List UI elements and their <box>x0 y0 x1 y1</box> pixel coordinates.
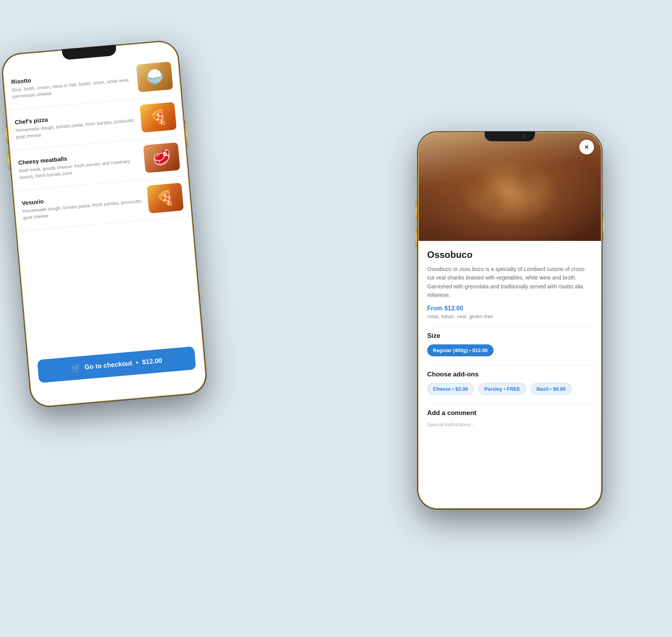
phone-left: Risotto Rice, broth, cream, meat or fish… <box>0 39 208 409</box>
menu-item-meatballs-image <box>143 142 180 173</box>
menu-list: Risotto Rice, broth, cream, meat or fish… <box>3 55 191 232</box>
menu-item-pizza-text: Chef's pizza Homemade dough, tomato past… <box>14 108 137 141</box>
comment-placeholder[interactable]: Special instructions... <box>427 422 592 427</box>
dish-name: Ossobuco <box>427 249 592 260</box>
dish-description: Ossobuco or osso buco is a specialty of … <box>427 265 592 300</box>
phone-right: × Ossobuco Ossobuco or osso buco is a sp… <box>417 131 602 510</box>
addon-parsley[interactable]: Parsley • FREE <box>479 383 526 395</box>
menu-item-risotto-image <box>136 61 173 92</box>
right-volume-up-button <box>416 201 417 220</box>
size-section-title: Size <box>427 332 592 340</box>
checkout-price: $12.00 <box>142 357 163 366</box>
size-options: Regular (400g) • $12.00 <box>427 344 592 359</box>
comment-section-title: Add a comment <box>427 409 592 417</box>
menu-item-pizza-image <box>139 102 176 133</box>
addon-cheese[interactable]: Cheese • $2.00 <box>427 383 474 395</box>
screen-right: × Ossobuco Ossobuco or osso buco is a sp… <box>419 133 601 508</box>
divider-3 <box>427 403 592 404</box>
addon-basil[interactable]: Basil • $0.80 <box>531 383 571 395</box>
checkout-button[interactable]: 🛒 Go to checkout • $12.00 <box>37 346 196 383</box>
volume-down-button <box>7 151 10 170</box>
addons-section-title: Choose add-ons <box>427 371 592 378</box>
menu-item-vesuvio-text: Vesuvio Homemade dough, tomato pasta, fr… <box>22 189 144 221</box>
divider-2 <box>427 365 592 365</box>
dish-photo <box>419 133 601 241</box>
size-option-regular[interactable]: Regular (400g) • $12.00 <box>427 344 494 356</box>
close-button[interactable]: × <box>579 140 594 154</box>
menu-item-meatballs-text: Cheesy meatballs Beef meat, gouda cheese… <box>18 149 141 181</box>
right-volume-down-button <box>416 228 417 247</box>
scene: Risotto Rice, broth, cream, meat or fish… <box>0 0 672 637</box>
detail-content: Ossobuco Ossobuco or osso buco is a spec… <box>419 241 601 508</box>
menu-item-vesuvio-image <box>147 183 184 213</box>
screen-left: Risotto Rice, broth, cream, meat or fish… <box>2 41 207 407</box>
power-button <box>184 120 188 147</box>
divider-1 <box>427 326 592 327</box>
volume-up-button <box>5 124 8 143</box>
close-icon: × <box>585 143 589 151</box>
dish-price: From $12.00 <box>427 305 592 312</box>
dish-tags: meat, italian, veal, gluten-free <box>427 313 592 319</box>
checkout-separator: • <box>136 359 139 367</box>
addon-options: Cheese • $2.00 Parsley • FREE Basil • $0… <box>427 383 592 398</box>
hero-image: × <box>419 133 601 241</box>
cart-icon: 🛒 <box>71 363 81 373</box>
menu-item-risotto-text: Risotto Rice, broth, cream, meat or fish… <box>11 68 134 100</box>
right-power-button <box>602 212 604 239</box>
checkout-label: Go to checkout <box>84 359 132 371</box>
